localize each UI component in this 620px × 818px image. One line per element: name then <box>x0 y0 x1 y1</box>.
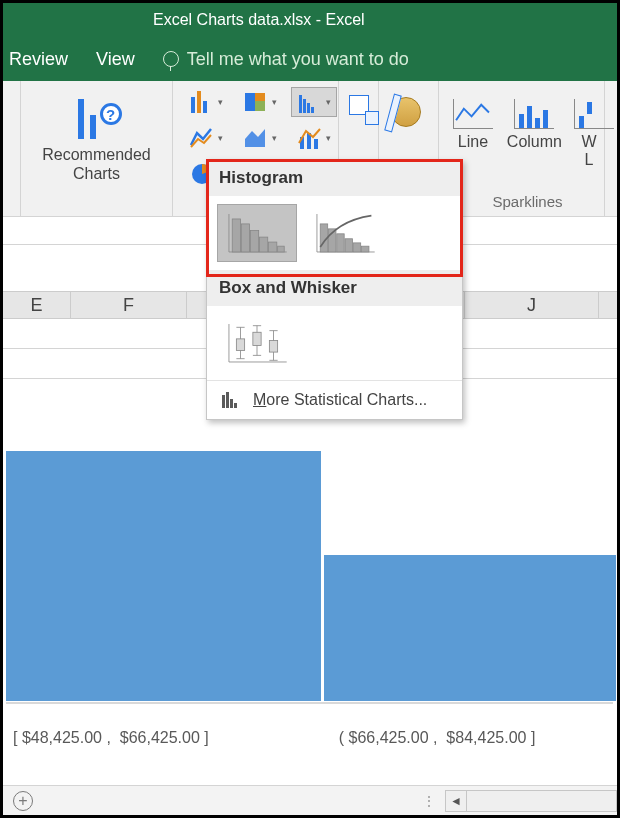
svg-rect-4 <box>255 93 265 101</box>
svg-rect-7 <box>303 99 306 113</box>
recommended-charts-icon: ? <box>76 97 118 139</box>
svg-rect-24 <box>241 224 249 252</box>
hierarchy-chart-icon <box>243 89 269 115</box>
box-whisker-section-header: Box and Whisker <box>207 270 462 306</box>
line-chart-icon <box>189 125 215 151</box>
pareto-option[interactable] <box>305 204 385 262</box>
sheet-tab-separator: ⋮ <box>422 793 437 809</box>
svg-rect-44 <box>253 332 261 345</box>
area-chart-icon <box>243 125 269 151</box>
recommended-charts-label-top: Recommended <box>42 146 151 163</box>
svg-rect-3 <box>245 93 255 111</box>
more-statistical-charts-label: More Statistical Charts... <box>253 391 427 409</box>
sparkline-column-label: Column <box>507 133 562 151</box>
window-title: Excel Charts data.xlsx - Excel <box>153 11 365 29</box>
svg-rect-35 <box>353 243 360 252</box>
column-header-E[interactable]: E <box>3 292 71 318</box>
svg-rect-6 <box>299 95 302 113</box>
new-sheet-button[interactable]: + <box>3 786 43 815</box>
svg-rect-13 <box>314 139 318 149</box>
svg-rect-26 <box>259 237 267 252</box>
svg-rect-36 <box>362 246 369 252</box>
plus-circle-icon: + <box>13 791 33 811</box>
svg-rect-9 <box>311 107 314 113</box>
tell-me-search[interactable]: Tell me what you want to do <box>163 49 409 70</box>
hscroll-track[interactable] <box>467 790 617 812</box>
axis-bin-2: ( $66,425.00 , $84,425.00 ] <box>209 729 536 747</box>
lightbulb-icon <box>163 51 179 67</box>
histogram-mini-icon <box>221 391 241 409</box>
insert-area-chart-button[interactable]: ▾ <box>237 123 283 153</box>
svg-marker-10 <box>245 129 265 147</box>
svg-rect-5 <box>255 101 265 111</box>
pivot-chart-icon[interactable] <box>349 95 377 123</box>
svg-rect-23 <box>232 219 240 252</box>
combo-chart-icon <box>297 125 323 151</box>
svg-rect-25 <box>250 231 258 252</box>
sparkline-line-label: Line <box>451 133 495 151</box>
tab-review[interactable]: Review <box>9 49 68 70</box>
pareto-chart-icon <box>312 209 378 257</box>
ribbon-tabs: Review View Tell me what you want to do <box>3 37 617 81</box>
box-whisker-option[interactable] <box>217 314 297 372</box>
bar-chart-icon <box>189 89 215 115</box>
svg-rect-0 <box>191 97 195 113</box>
sparkline-winloss-icon <box>574 99 614 129</box>
svg-rect-33 <box>337 234 344 252</box>
chart-axis-line <box>6 702 613 704</box>
svg-rect-51 <box>222 395 225 408</box>
box-whisker-chart-icon <box>224 319 290 367</box>
chart-x-axis-labels: [ $48,425.00 , $66,425.00 ] ( $66,425.00… <box>3 729 617 747</box>
sparklines-group-label: Sparklines <box>451 189 604 216</box>
recommended-charts-button[interactable]: ? Recommended Charts <box>21 81 173 216</box>
histogram-bar-2[interactable] <box>324 555 616 701</box>
insert-combo-chart-button[interactable]: ▾ <box>291 123 337 153</box>
statistic-chart-dropdown: Histogram <box>206 159 463 420</box>
insert-hierarchy-chart-button[interactable]: ▾ <box>237 87 283 117</box>
svg-rect-1 <box>197 91 201 113</box>
sparklines-group: Line Column WL Sparklines <box>439 81 605 216</box>
column-header-F[interactable]: F <box>71 292 187 318</box>
histogram-bar-1[interactable] <box>6 451 321 701</box>
tab-view[interactable]: View <box>96 49 135 70</box>
sparkline-line-icon <box>453 99 493 129</box>
svg-rect-52 <box>226 392 229 408</box>
sparkline-winloss-button[interactable]: WL <box>574 99 604 169</box>
more-statistical-charts-button[interactable]: More Statistical Charts... <box>207 381 462 419</box>
sparkline-column-icon <box>514 99 554 129</box>
axis-bin-1: [ $48,425.00 , $66,425.00 ] <box>3 729 209 747</box>
ribbon-group-partial-left <box>3 81 21 216</box>
svg-rect-27 <box>269 242 277 252</box>
hscroll-left-button[interactable]: ◄ <box>445 790 467 812</box>
insert-statistic-chart-button[interactable]: ▾ <box>291 87 337 117</box>
histogram-section-header: Histogram <box>207 160 462 196</box>
tell-me-placeholder: Tell me what you want to do <box>187 49 409 70</box>
svg-rect-40 <box>236 339 244 351</box>
svg-rect-28 <box>278 246 285 252</box>
svg-rect-48 <box>269 341 277 353</box>
svg-rect-2 <box>203 101 207 113</box>
svg-rect-8 <box>307 103 310 113</box>
insert-line-chart-button[interactable]: ▾ <box>183 123 229 153</box>
histogram-chart-icon <box>224 209 290 257</box>
sparkline-column-button[interactable]: Column <box>507 99 562 169</box>
title-bar: Excel Charts data.xlsx - Excel <box>3 3 617 37</box>
insert-bar-chart-button[interactable]: ▾ <box>183 87 229 117</box>
status-bar: + ⋮ ◄ <box>3 785 617 815</box>
column-header-J[interactable]: J <box>465 292 599 318</box>
histogram-option[interactable] <box>217 204 297 262</box>
statistic-chart-icon <box>297 89 323 115</box>
ribbon-group-spacer <box>21 206 172 216</box>
globe-icon[interactable] <box>391 97 421 127</box>
svg-rect-53 <box>230 399 233 408</box>
svg-rect-54 <box>234 403 237 408</box>
svg-rect-34 <box>345 239 352 252</box>
recommended-charts-label-bot: Charts <box>73 165 120 182</box>
